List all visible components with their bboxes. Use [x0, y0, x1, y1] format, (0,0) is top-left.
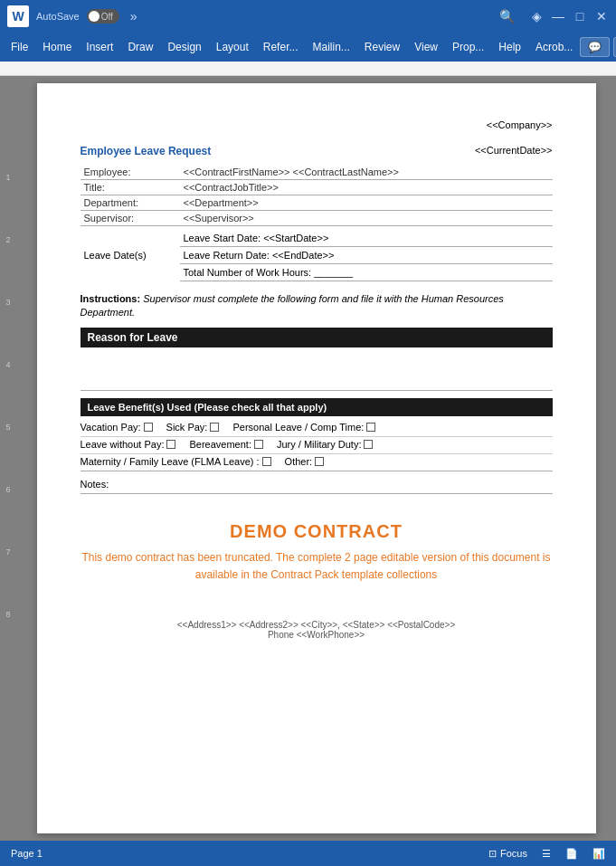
web-layout-button[interactable]: 📊 — [592, 848, 605, 860]
menu-properties[interactable]: Prop... — [445, 37, 491, 57]
vacation-pay-label: Vacation Pay: — [81, 422, 141, 433]
page-label: Page 1 — [11, 848, 43, 859]
search-icon[interactable]: 🔍 — [499, 9, 515, 24]
document-title: Employee Leave Request — [81, 145, 212, 157]
maximize-button[interactable]: □ — [573, 9, 587, 24]
title-value: <<ContractJobTitle>> — [180, 180, 553, 195]
sick-pay-checkbox[interactable] — [210, 423, 219, 432]
footer-line2: Phone <<WorkPhone>> — [81, 630, 553, 640]
vacation-pay-item: Vacation Pay: — [81, 422, 156, 433]
toggle-state: Off — [101, 12, 113, 22]
instructions-label: Instructions: — [81, 293, 141, 304]
benefits-header: Leave Benefit(s) Used (Please check all … — [81, 398, 553, 416]
leave-without-pay-checkbox[interactable] — [166, 440, 175, 449]
demo-title: DEMO CONTRACT — [81, 521, 553, 542]
vacation-pay-checkbox[interactable] — [144, 423, 153, 432]
focus-label: Focus — [500, 848, 527, 859]
maternity-leave-item: Maternity / Family Leave (FLMA Leave) : — [81, 456, 274, 467]
table-row: Employee: <<ContractFirstName>> <<Contra… — [81, 165, 553, 180]
footer-address: <<Address1>> <<Address2>> <<City>>, <<St… — [81, 620, 553, 640]
menu-help[interactable]: Help — [491, 37, 528, 57]
table-row: Department: <<Department>> — [81, 195, 553, 211]
web-layout-icon: 📊 — [592, 848, 605, 860]
benefits-row-3: Maternity / Family Leave (FLMA Leave) : … — [81, 454, 553, 471]
expand-icon[interactable]: » — [130, 9, 137, 24]
diamond-icon[interactable]: ◈ — [529, 9, 544, 24]
menu-home[interactable]: Home — [35, 37, 79, 57]
maternity-leave-checkbox[interactable] — [262, 457, 271, 466]
comment-icon: 💬 — [588, 41, 602, 53]
footer-line1: <<Address1>> <<Address2>> <<City>>, <<St… — [81, 620, 553, 630]
title-bar: W AutoSave Off » 🔍 ◈ — □ ✕ — [0, 0, 616, 33]
employee-label: Employee: — [81, 165, 180, 180]
leave-return-date: Leave Return Date: <<EndDate>> — [180, 247, 553, 264]
menu-insert[interactable]: Insert — [79, 37, 120, 57]
left-margin: 1 2 3 4 5 6 7 8 — [0, 76, 16, 841]
menu-file[interactable]: File — [4, 37, 35, 57]
title-label: Title: — [81, 180, 180, 195]
read-mode-icon: 📄 — [565, 848, 578, 860]
company-placeholder: <<Company>> — [81, 119, 553, 130]
menu-references[interactable]: Refer... — [256, 37, 306, 57]
menu-review[interactable]: Review — [357, 37, 407, 57]
leave-dates-table: Leave Date(s) Leave Start Date: <<StartD… — [81, 230, 553, 281]
autosave-toggle[interactable]: Off — [87, 9, 119, 24]
supervisor-label: Supervisor: — [81, 211, 180, 226]
menu-acrobat[interactable]: Acrob... — [528, 37, 580, 57]
document-page[interactable]: <<Company>> Employee Leave Request <<Cur… — [37, 83, 596, 833]
employee-value: <<ContractFirstName>> <<ContractLastName… — [180, 165, 553, 180]
margin-3: 3 — [0, 299, 16, 307]
window-controls: ◈ — □ ✕ — [529, 9, 609, 24]
leave-without-pay-label: Leave without Pay: — [81, 439, 165, 450]
menu-draw[interactable]: Draw — [120, 37, 160, 57]
focus-icon: ⊡ — [488, 848, 497, 860]
margin-2: 2 — [0, 236, 16, 244]
table-row: Leave Date(s) Leave Start Date: <<StartD… — [81, 230, 553, 247]
menu-design[interactable]: Design — [160, 37, 208, 57]
toggle-knob — [89, 11, 100, 22]
close-button[interactable]: ✕ — [594, 9, 609, 24]
menu-view[interactable]: View — [407, 37, 445, 57]
fields-table: Employee: <<ContractFirstName>> <<Contra… — [81, 165, 553, 226]
table-row: Title: <<ContractJobTitle>> — [81, 180, 553, 195]
other-checkbox[interactable] — [315, 457, 324, 466]
jury-duty-checkbox[interactable] — [364, 440, 373, 449]
minimize-button[interactable]: — — [551, 9, 565, 24]
other-label: Other: — [285, 456, 313, 467]
notes-row: Notes: — [81, 475, 553, 494]
read-mode-button[interactable]: 📄 — [565, 848, 578, 860]
comment-button[interactable]: 💬 — [580, 37, 610, 57]
department-value: <<Department>> — [180, 195, 553, 211]
layout-icon: ☰ — [542, 848, 551, 860]
sick-pay-item: Sick Pay: — [166, 422, 223, 433]
reason-header: Reason for Leave — [81, 328, 553, 347]
other-item: Other: — [285, 456, 327, 467]
menu-mailings[interactable]: Mailin... — [305, 37, 356, 57]
margin-7: 7 — [0, 548, 16, 557]
demo-contract-section: DEMO CONTRACT This demo contract has bee… — [81, 521, 553, 584]
view-options-button[interactable]: ☰ — [542, 848, 551, 860]
document-header: Employee Leave Request <<CurrentDate>> — [81, 145, 553, 157]
demo-text: This demo contract has been truncated. T… — [81, 549, 553, 584]
personal-leave-checkbox[interactable] — [366, 423, 375, 432]
menu-layout[interactable]: Layout — [209, 37, 256, 57]
autosave-label: AutoSave — [36, 11, 80, 22]
margin-5: 5 — [0, 423, 16, 432]
focus-button[interactable]: ⊡ Focus — [488, 848, 527, 860]
margin-1: 1 — [0, 174, 16, 182]
leave-start-date: Leave Start Date: <<StartDate>> — [180, 230, 553, 247]
margin-4: 4 — [0, 361, 16, 369]
total-hours: Total Number of Work Hours: _______ — [180, 264, 553, 281]
jury-duty-label: Jury / Military Duty: — [277, 439, 362, 450]
bereavement-item: Bereavement: — [189, 439, 265, 450]
reason-space — [81, 355, 553, 391]
menu-bar: File Home Insert Draw Design Layout Refe… — [0, 33, 616, 62]
leave-dates-label: Leave Date(s) — [81, 230, 180, 281]
bereavement-checkbox[interactable] — [254, 440, 263, 449]
word-icon: W — [7, 5, 29, 27]
margin-6: 6 — [0, 486, 16, 494]
maternity-leave-label: Maternity / Family Leave (FLMA Leave) : — [81, 456, 260, 467]
table-row: Supervisor: <<Supervisor>> — [81, 211, 553, 226]
sick-pay-label: Sick Pay: — [166, 422, 208, 433]
document-area: 1 2 3 4 5 6 7 8 <<Company>> Employee Lea… — [0, 76, 616, 841]
